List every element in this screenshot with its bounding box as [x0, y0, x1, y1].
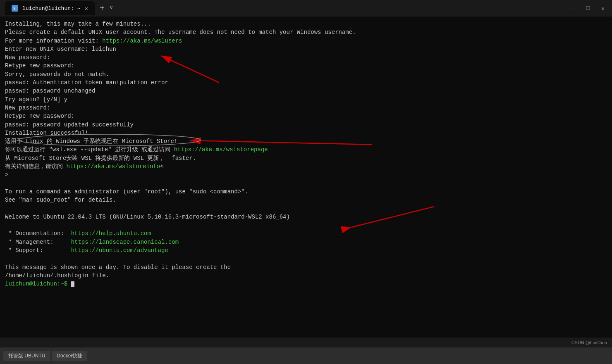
terminal-line: See "man sudo_root" for details.: [5, 196, 607, 204]
tab-label: luichun@luichun: ~: [22, 5, 80, 12]
minimize-button[interactable]: ─: [569, 4, 577, 12]
add-tab-button[interactable]: +: [98, 4, 106, 13]
terminal-line: Retype new password:: [5, 112, 607, 120]
terminal-line: New password:: [5, 53, 607, 62]
terminal-line: passwd: password unchanged: [5, 87, 607, 95]
terminal-line: Please create a default UNIX user accoun…: [5, 28, 607, 36]
terminal-prompt: luichun@luichun:~$: [5, 280, 607, 288]
terminal-line: Sorry, passwords do not match.: [5, 70, 607, 79]
terminal-line: New password:: [5, 104, 607, 112]
terminal-line: [5, 255, 607, 263]
cursor: [71, 281, 74, 287]
active-tab[interactable]: $ luichun@luichun: ~ ✕: [5, 1, 95, 15]
prompt-suffix: :~$: [57, 281, 71, 287]
terminal-line: Enter new UNIX username: luichun: [5, 45, 607, 53]
terminal-line: Installation successful!: [5, 129, 607, 137]
terminal-line: Retype new password:: [5, 62, 607, 70]
tab-controls: + ∨: [98, 4, 113, 13]
terminal-line: [5, 179, 607, 188]
terminal-line: * Support: https://ubuntu.com/advantage: [5, 246, 607, 255]
terminal-line: 从 Microsoft Store安装 WSL 将提供最新的 WSL 更新， f…: [5, 154, 607, 162]
taskbar: 托管版 UBUNTU Docker快捷: [0, 347, 612, 364]
terminal-line: * Documentation: https://help.ubuntu.com: [5, 229, 607, 238]
terminal-line: Welcome to Ubuntu 22.04.3 LTS (GNU/Linux…: [5, 213, 607, 221]
svg-text:$: $: [13, 7, 15, 10]
credit-text: CSDN @LuiChun: [571, 340, 607, 345]
title-bar: $ luichun@luichun: ~ ✕ + ∨ ─ □ ✕: [0, 0, 612, 17]
taskbar-item-docker[interactable]: Docker快捷: [52, 351, 87, 361]
terminal-line: * Management: https://landscape.canonica…: [5, 238, 607, 246]
tab-area: $ luichun@luichun: ~ ✕ + ∨: [5, 1, 569, 15]
terminal-line: 有关详细信息，请访问 https://aka.ms/wslstoreinfo<: [5, 162, 607, 171]
bottom-bar: CSDN @LuiChun: [0, 338, 612, 347]
prompt-user: luichun@luichun: [5, 281, 57, 287]
taskbar-item-ubuntu[interactable]: 托管版 UBUNTU: [3, 351, 50, 361]
terminal-line: passwd: password updated successfully: [5, 121, 607, 129]
tab-dropdown-button[interactable]: ∨: [110, 4, 113, 13]
terminal-line: This message is shown once a day. To dis…: [5, 263, 607, 271]
terminal-body[interactable]: Installing, this may take a few minutes.…: [0, 17, 612, 338]
terminal-line: passwd: Authentication token manipulatio…: [5, 79, 607, 87]
terminal-line: 适用于 Linux 的 Windows 子系统现已在 Microsoft Sto…: [5, 137, 607, 145]
tab-close-button[interactable]: ✕: [84, 5, 88, 12]
terminal-line: For more information visit: https://aka.…: [5, 37, 607, 45]
window-controls: ─ □ ✕: [569, 4, 607, 12]
maximize-button[interactable]: □: [584, 4, 592, 12]
terminal-line: 你可以通过运行 "wsl.exe --update" 进行升级 或通过访问 ht…: [5, 145, 607, 154]
terminal-line: Try again? [y/N] y: [5, 95, 607, 104]
terminal-line: [5, 221, 607, 229]
close-window-button[interactable]: ✕: [599, 4, 607, 12]
terminal-line: >: [5, 171, 607, 179]
terminal-line: To run a command as administrator (user …: [5, 188, 607, 196]
terminal-line: Installing, this may take a few minutes.…: [5, 20, 607, 28]
terminal-window: $ luichun@luichun: ~ ✕ + ∨ ─ □ ✕ Install…: [0, 0, 612, 364]
terminal-line: [5, 205, 607, 213]
terminal-line: /home/luichun/.hushlogin file.: [5, 271, 607, 280]
terminal-icon: $: [12, 5, 18, 12]
